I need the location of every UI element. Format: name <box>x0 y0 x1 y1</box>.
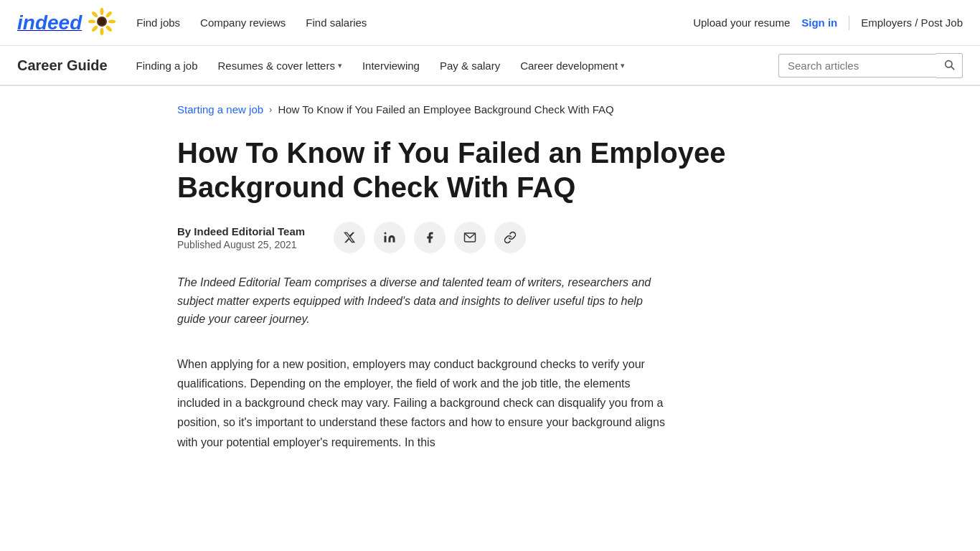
sign-in-button[interactable]: Sign in <box>801 17 837 29</box>
author-bio: The Indeed Editorial Team comprises a di… <box>177 273 665 329</box>
svg-point-9 <box>98 18 105 25</box>
article-title: How To Know if You Failed an Employee Ba… <box>177 136 794 204</box>
author-name: By Indeed Editorial Team <box>177 225 305 237</box>
share-facebook-button[interactable] <box>414 222 446 253</box>
breadcrumb-separator: › <box>269 104 272 115</box>
share-buttons <box>334 222 526 253</box>
svg-point-0 <box>100 8 104 15</box>
company-reviews-link[interactable]: Company reviews <box>200 17 286 29</box>
svg-point-7 <box>91 10 99 18</box>
top-navigation: indeed <box>0 0 980 46</box>
svg-point-3 <box>105 24 113 32</box>
twitter-icon <box>343 231 356 244</box>
search-articles-input[interactable] <box>778 54 936 77</box>
interviewing-link[interactable]: Interviewing <box>362 60 420 72</box>
svg-point-5 <box>91 24 99 32</box>
breadcrumb-parent-link[interactable]: Starting a new job <box>177 103 263 116</box>
svg-point-12 <box>385 232 387 235</box>
indeed-logo[interactable]: indeed <box>17 11 82 34</box>
link-icon <box>504 231 517 244</box>
resumes-dropdown-arrow: ▾ <box>338 61 342 70</box>
find-jobs-link[interactable]: Find jobs <box>136 17 180 29</box>
share-linkedin-button[interactable] <box>374 222 405 253</box>
employers-button[interactable]: Employers / Post Job <box>861 17 963 29</box>
breadcrumb-current: How To Know if You Failed an Employee Ba… <box>278 103 613 116</box>
svg-point-4 <box>100 28 104 35</box>
share-link-button[interactable] <box>494 222 526 253</box>
find-salaries-link[interactable]: Find salaries <box>306 17 367 29</box>
top-nav-left: indeed <box>17 7 367 39</box>
top-nav-links: Find jobs Company reviews Find salaries <box>136 17 367 29</box>
upload-resume-button[interactable]: Upload your resume <box>693 17 790 29</box>
svg-point-2 <box>108 19 116 23</box>
search-icon <box>943 59 955 70</box>
career-dev-link[interactable]: Career development ▾ <box>520 60 625 72</box>
svg-point-1 <box>105 10 113 18</box>
share-email-button[interactable] <box>454 222 486 253</box>
email-icon <box>463 231 476 244</box>
sunflower-icon[interactable] <box>88 7 116 39</box>
pay-salary-link[interactable]: Pay & salary <box>440 60 500 72</box>
main-content: Starting a new job › How To Know if You … <box>160 86 820 492</box>
article-body: When applying for a new position, employ… <box>177 354 665 452</box>
career-dev-dropdown-arrow: ▾ <box>621 61 625 70</box>
logo-area: indeed <box>17 7 116 39</box>
author-share-row: By Indeed Editorial Team Published Augus… <box>177 222 803 253</box>
published-date: Published August 25, 2021 <box>177 239 305 250</box>
author-info: By Indeed Editorial Team Published Augus… <box>177 225 305 250</box>
top-nav-right: Upload your resume Sign in Employers / P… <box>693 16 963 30</box>
svg-line-11 <box>951 67 954 70</box>
sub-nav-links: Finding a job Resumes & cover letters ▾ … <box>136 60 755 72</box>
search-articles-button[interactable] <box>936 53 963 78</box>
resumes-link[interactable]: Resumes & cover letters ▾ <box>218 60 342 72</box>
facebook-icon <box>423 231 436 244</box>
finding-a-job-link[interactable]: Finding a job <box>136 60 198 72</box>
share-twitter-button[interactable] <box>334 222 365 253</box>
career-guide-navigation: Career Guide Finding a job Resumes & cov… <box>0 46 980 86</box>
search-articles-area <box>778 53 963 78</box>
career-guide-title: Career Guide <box>17 57 108 74</box>
svg-point-6 <box>88 19 95 23</box>
linkedin-icon <box>383 231 396 244</box>
nav-divider <box>849 16 849 30</box>
breadcrumb: Starting a new job › How To Know if You … <box>177 103 803 116</box>
article-body-paragraph-1: When applying for a new position, employ… <box>177 354 665 452</box>
